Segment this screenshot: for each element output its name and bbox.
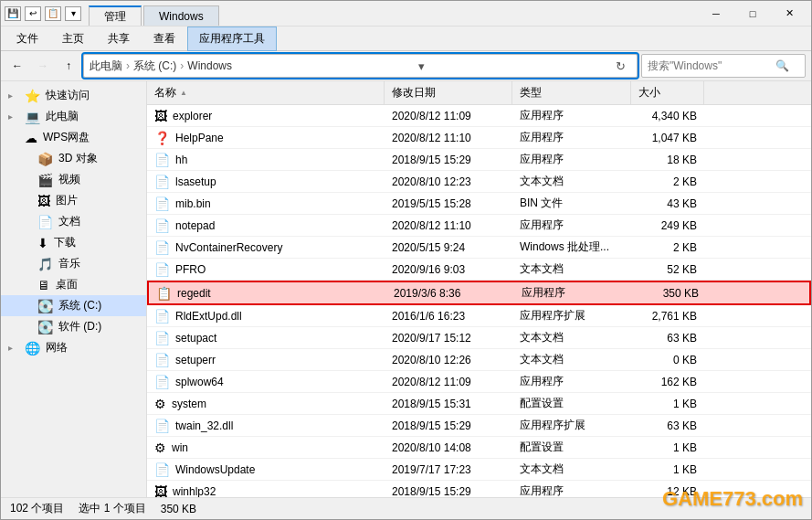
file-name-9: RldExtUpd.dll: [175, 310, 242, 323]
file-name-8: regedit: [177, 287, 211, 300]
sidebar-item-2[interactable]: ☁ WPS网盘: [1, 127, 146, 148]
maximize-button[interactable]: □: [734, 1, 771, 27]
table-row[interactable]: 📄 NvContainerRecovery 2020/5/15 9:24 Win…: [147, 237, 811, 259]
file-icon-10: 📄: [154, 331, 170, 345]
sidebar-item-6[interactable]: 📄 文档: [1, 211, 146, 232]
sidebar-icon-8: 🎵: [37, 257, 53, 271]
crumb-computer[interactable]: 此电脑: [90, 58, 122, 74]
search-icon[interactable]: 🔍: [775, 59, 789, 72]
ribbon-tab-view[interactable]: 查看: [142, 27, 187, 50]
file-icon-15: ⚙: [154, 440, 166, 455]
titlebar-tabs: 管理 Windows: [89, 1, 698, 26]
up-button[interactable]: ↑: [58, 55, 79, 77]
close-button[interactable]: ✕: [771, 1, 807, 27]
file-name-13: system: [172, 398, 206, 410]
sidebar-item-4[interactable]: 🎬 视频: [1, 169, 146, 190]
file-size-8: 350 KB: [633, 284, 706, 302]
undo-icon[interactable]: ↩: [25, 6, 41, 21]
sidebar-label-0: 快速访问: [46, 88, 90, 103]
forward-button[interactable]: →: [32, 55, 54, 77]
file-name-cell-8: 📋 regedit: [149, 283, 386, 303]
file-date-11: 2020/8/10 12:26: [385, 351, 512, 369]
sidebar-item-7[interactable]: ⬇ 下载: [1, 232, 146, 253]
sidebar-item-5[interactable]: 🖼 图片: [1, 190, 146, 211]
file-size-6: 2 KB: [631, 239, 704, 257]
col-header-name[interactable]: 名称 ▲: [147, 81, 385, 104]
file-icon-9: 📄: [154, 309, 170, 324]
address-bar[interactable]: 此电脑 › 系统 (C:) › Windows ▾ ↻: [83, 54, 638, 78]
sidebar-item-3[interactable]: 📦 3D 对象: [1, 148, 146, 169]
crumb-c[interactable]: 系统 (C:): [133, 58, 176, 74]
table-row[interactable]: 🖼 winhlp32 2018/9/15 15:29 应用程序 12 KB: [147, 481, 811, 497]
sidebar-item-10[interactable]: 💽 系统 (C:): [1, 295, 146, 316]
table-row[interactable]: 📄 PFRO 2020/9/16 9:03 文本文档 52 KB: [147, 259, 811, 281]
minimize-button[interactable]: ─: [698, 1, 734, 27]
sidebar-item-12[interactable]: ▸ 🌐 网络: [1, 337, 146, 358]
table-row[interactable]: 📄 WindowsUpdate 2019/7/17 17:23 文本文档 1 K…: [147, 459, 811, 481]
file-icon-14: 📄: [154, 419, 170, 433]
crumb-sep-2: ›: [180, 59, 184, 72]
col-header-date[interactable]: 修改日期: [385, 81, 512, 104]
sidebar-item-9[interactable]: 🖥 桌面: [1, 274, 146, 295]
sidebar-icon-11: 💽: [37, 320, 53, 334]
file-size-9: 2,761 KB: [631, 307, 704, 325]
col-header-type[interactable]: 类型: [512, 81, 631, 104]
table-row[interactable]: 📄 lsasetup 2020/8/10 12:23 文本文档 2 KB: [147, 171, 811, 193]
titlebar-tab-manage[interactable]: 管理: [89, 5, 142, 26]
sidebar-label-1: 此电脑: [46, 109, 79, 124]
save-icon[interactable]: 💾: [5, 6, 21, 21]
table-row[interactable]: 📄 setuperr 2020/8/10 12:26 文本文档 0 KB: [147, 349, 811, 371]
table-row[interactable]: 📄 mib.bin 2019/5/15 15:28 BIN 文件 43 KB: [147, 193, 811, 215]
sidebar-item-8[interactable]: 🎵 音乐: [1, 253, 146, 274]
table-row[interactable]: 📋 regedit 2019/3/6 8:36 应用程序 350 KB: [147, 281, 811, 305]
address-dropdown[interactable]: ▾: [412, 56, 432, 76]
sidebar-icon-9: 🖥: [37, 278, 50, 292]
table-row[interactable]: 🖼 explorer 2020/8/12 11:09 应用程序 4,340 KB: [147, 105, 811, 127]
properties-icon[interactable]: 📋: [45, 6, 61, 21]
status-size: 350 KB: [161, 503, 196, 515]
table-row[interactable]: 📄 splwow64 2020/8/12 11:09 应用程序 162 KB: [147, 371, 811, 393]
file-size-17: 12 KB: [631, 483, 704, 498]
file-name-cell-1: ❓ HelpPane: [147, 128, 385, 148]
file-type-1: 应用程序: [512, 127, 631, 148]
file-name-17: winhlp32: [173, 485, 216, 498]
file-name-15: win: [172, 441, 188, 454]
address-refresh[interactable]: ↻: [611, 56, 631, 76]
file-size-15: 1 KB: [631, 439, 704, 457]
ribbon-tab-apptools[interactable]: 应用程序工具: [187, 27, 277, 51]
file-icon-16: 📄: [154, 462, 170, 477]
titlebar-tab-windows[interactable]: Windows: [143, 5, 219, 26]
back-button[interactable]: ←: [6, 55, 28, 77]
ribbon-tab-file[interactable]: 文件: [5, 27, 50, 50]
file-name-cell-10: 📄 setupact: [147, 328, 385, 348]
file-type-4: BIN 文件: [512, 193, 631, 214]
file-name-cell-11: 📄 setuperr: [147, 350, 385, 370]
ribbon-tab-share[interactable]: 共享: [96, 27, 142, 50]
file-name-12: splwow64: [175, 376, 224, 388]
sidebar-icon-1: 💻: [25, 110, 40, 124]
table-row[interactable]: ⚙ win 2020/8/10 14:08 配置设置 1 KB: [147, 437, 811, 459]
table-row[interactable]: 📄 hh 2018/9/15 15:29 应用程序 18 KB: [147, 149, 811, 171]
ribbon-tab-home[interactable]: 主页: [50, 27, 96, 50]
table-row[interactable]: ❓ HelpPane 2020/8/12 11:10 应用程序 1,047 KB: [147, 127, 811, 149]
file-type-2: 应用程序: [512, 149, 631, 170]
sidebar-item-0[interactable]: ▸ ⭐ 快速访问: [1, 85, 146, 106]
search-input[interactable]: [648, 59, 775, 72]
sidebar-item-1[interactable]: ▸ 💻 此电脑: [1, 106, 146, 127]
sidebar-icon-2: ☁: [25, 131, 37, 145]
table-row[interactable]: 📄 twain_32.dll 2018/9/15 15:29 应用程序扩展 63…: [147, 415, 811, 437]
dropdown-arrow-icon[interactable]: ▾: [65, 6, 81, 21]
file-date-13: 2018/9/15 15:31: [385, 395, 512, 413]
sidebar-icon-12: 🌐: [25, 341, 40, 356]
file-name-7: PFRO: [175, 263, 206, 276]
col-header-size[interactable]: 大小: [631, 81, 704, 104]
file-date-8: 2019/3/6 8:36: [386, 284, 514, 302]
table-row[interactable]: ⚙ system 2018/9/15 15:31 配置设置 1 KB: [147, 393, 811, 415]
sidebar-item-11[interactable]: 💽 软件 (D:): [1, 316, 146, 337]
table-row[interactable]: 📄 setupact 2020/9/17 15:12 文本文档 63 KB: [147, 327, 811, 349]
sidebar-label-4: 视频: [58, 172, 80, 187]
sidebar-icon-10: 💽: [37, 299, 53, 313]
table-row[interactable]: 📄 RldExtUpd.dll 2016/1/6 16:23 应用程序扩展 2,…: [147, 305, 811, 327]
table-row[interactable]: 📄 notepad 2020/8/12 11:10 应用程序 249 KB: [147, 215, 811, 237]
crumb-windows[interactable]: Windows: [187, 59, 232, 72]
